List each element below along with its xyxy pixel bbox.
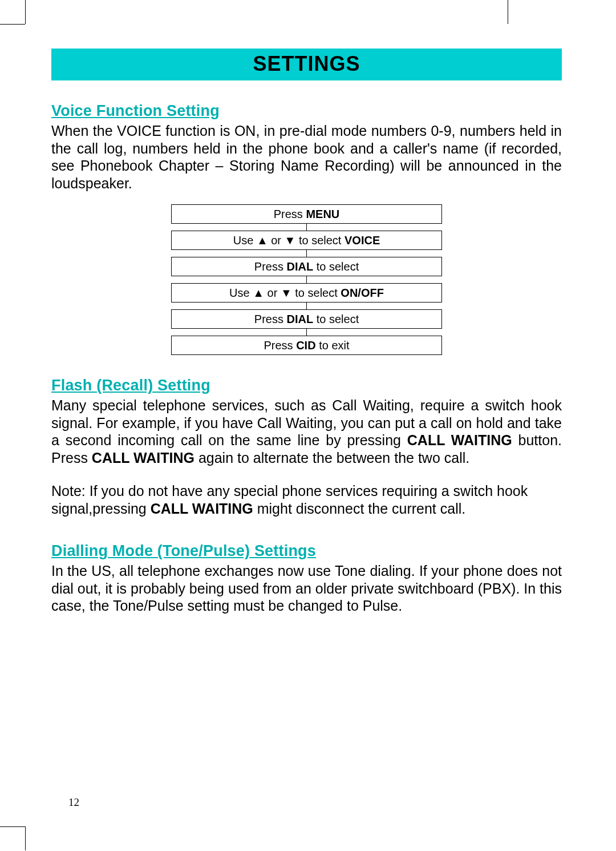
step-4: Use ▲ or ▼ to select ON/OFF (171, 283, 442, 303)
dialling-paragraph: In the US, all telephone exchanges now u… (51, 562, 562, 615)
flash-paragraph-1: Many special telephone services, such as… (51, 397, 562, 466)
step-bold: DIAL (286, 313, 313, 325)
step-2: Use ▲ or ▼ to select VOICE (171, 231, 442, 250)
crop-mark (25, 0, 26, 24)
step-bold: VOICE (345, 234, 380, 247)
step-text: to select (313, 260, 359, 273)
step-bold: ON/OFF (341, 287, 384, 299)
step-1: Press MENU (171, 204, 442, 224)
connector (306, 276, 307, 283)
step-bold: MENU (306, 208, 339, 220)
section-banner: SETTINGS (51, 49, 562, 80)
heading-dialling-mode: Dialling Mode (Tone/Pulse) Settings (51, 542, 562, 560)
heading-voice-function: Voice Function Setting (51, 102, 562, 120)
voice-steps-flow: Press MENU Use ▲ or ▼ to select VOICE Pr… (171, 204, 442, 355)
step-5: Press DIAL to select (171, 309, 442, 329)
step-text: Use ▲ or ▼ to select (229, 287, 341, 299)
spacer (51, 466, 562, 482)
manual-page: SETTINGS Voice Function Setting When the… (0, 0, 616, 851)
crop-mark (0, 24, 25, 25)
connector (306, 250, 307, 257)
crop-mark (0, 826, 25, 827)
text-bold: CALL WAITING (92, 450, 194, 466)
step-text: Press (274, 208, 306, 220)
flash-paragraph-2: Note: If you do not have any special pho… (51, 482, 562, 517)
text-run: might disconnect the current call. (253, 501, 465, 517)
connector (306, 224, 307, 231)
text-bold: CALL WAITING (407, 432, 512, 448)
step-text: to select (313, 313, 359, 325)
step-3: Press DIAL to select (171, 257, 442, 276)
step-text: Use ▲ or ▼ to select (233, 234, 345, 247)
heading-flash-recall: Flash (Recall) Setting (51, 377, 562, 394)
step-text: Press (254, 260, 287, 273)
page-number: 12 (68, 796, 79, 809)
step-bold: DIAL (286, 260, 313, 273)
banner-title: SETTINGS (253, 52, 360, 75)
text-run: again to alternate the between the two c… (194, 450, 469, 466)
step-text: to exit (316, 339, 350, 352)
voice-paragraph: When the VOICE function is ON, in pre-di… (51, 122, 562, 192)
step-text: Press (254, 313, 287, 325)
crop-mark (25, 826, 26, 850)
step-6: Press CID to exit (171, 336, 442, 355)
content-area: SETTINGS Voice Function Setting When the… (51, 49, 562, 615)
crop-mark (508, 0, 508, 24)
connector (306, 329, 307, 336)
step-text: Press (264, 339, 296, 352)
text-bold: CALL WAITING (151, 501, 253, 517)
step-bold: CID (296, 339, 315, 352)
connector (306, 303, 307, 309)
